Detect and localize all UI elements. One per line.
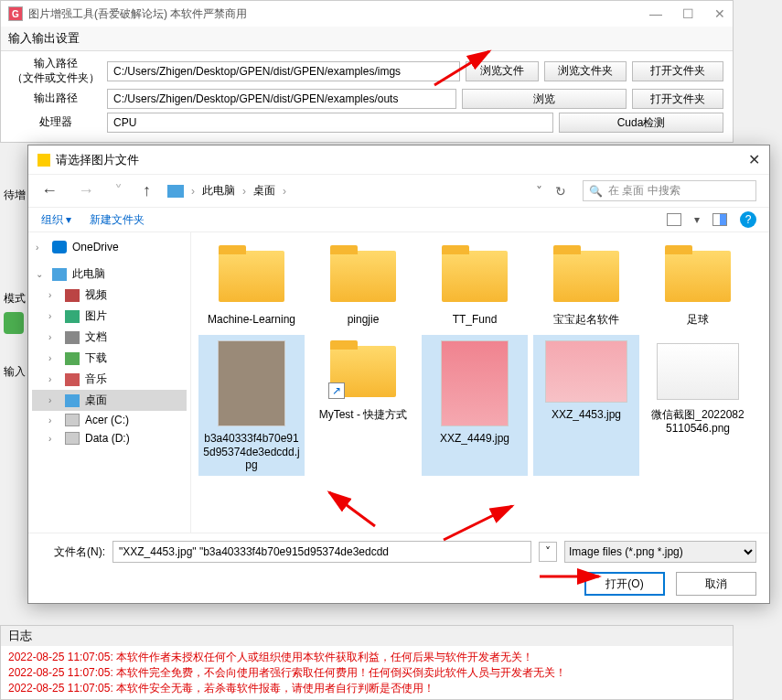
preview-pane-button[interactable] [712,213,727,226]
file-grid: Machine-LearningpingjieTT_Fund宝宝起名软件足球b3… [191,232,769,533]
file-item[interactable]: pingjie [310,240,416,329]
tree-thispc[interactable]: ⌄此电脑 [32,264,187,285]
mode-indicator-icon [4,312,24,334]
new-folder-button[interactable]: 新建文件夹 [90,212,145,228]
file-open-dialog: 请选择图片文件 ✕ ← → ˅ ↑ › 此电脑 › 桌面 › ˅ ↻ 🔍 在 桌… [27,145,770,604]
left-side-labels: 待增 [4,188,26,203]
nav-back-button[interactable]: ← [41,181,58,201]
file-name-label: XXZ_4449.jpg [440,432,509,445]
log-title: 日志 [1,626,733,646]
file-name-label: 宝宝起名软件 [553,313,619,326]
nav-row: ← → ˅ ↑ › 此电脑 › 桌面 › ˅ ↻ 🔍 在 桌面 中搜索 [28,175,769,208]
io-form: 输入路径 （文件或文件夹） 浏览文件 浏览文件夹 打开文件夹 输出路径 浏览 打… [1,51,733,142]
tree-downloads[interactable]: ›下载 [32,348,187,369]
file-type-filter[interactable]: Image files (*.png *.jpg) [564,541,756,563]
open-output-folder-button[interactable]: 打开文件夹 [632,89,723,109]
file-item[interactable]: TT_Fund [422,240,528,329]
maximize-button[interactable]: ☐ [682,6,694,21]
file-item[interactable]: 微信截图_20220825110546.png [645,335,751,475]
nav-up-button[interactable]: ↑ [143,181,151,201]
chevron-right-icon: › [283,185,286,198]
pc-icon [167,185,184,198]
tree-music[interactable]: ›音乐 [32,369,187,390]
tree-drive-d[interactable]: ›Data (D:) [32,429,187,447]
tree-docs[interactable]: ›文档 [32,327,187,348]
log-line: 2022-08-25 11:07:05: 本软件安全无毒，若杀毒软件报毒，请使用… [8,681,725,696]
organize-menu[interactable]: 组织 ▾ [41,212,71,228]
window-title: 图片增强工具(吾爱破解论坛) 本软件严禁商用 [28,6,247,22]
input-path-label: 输入路径 （文件或文件夹） [10,57,102,85]
input-label-2: 输入 [4,364,26,380]
log-panel: 日志 2022-08-25 11:07:05: 本软件作者未授权任何个人或组织使… [0,625,734,700]
dialog-title-text: 请选择图片文件 [56,152,139,168]
io-section-header: 输入输出设置 [1,27,733,51]
browse-file-button[interactable]: 浏览文件 [466,61,539,81]
pending-label: 待增 [4,188,26,203]
view-mode-button[interactable] [667,213,681,226]
cancel-button[interactable]: 取消 [676,572,756,596]
file-name-label: 足球 [687,313,709,326]
processor-field[interactable] [107,113,553,133]
file-item[interactable]: ↗MyTest - 快捷方式 [310,335,416,475]
view-mode-dropdown[interactable]: ▾ [694,213,700,226]
open-input-folder-button[interactable]: 打开文件夹 [632,61,723,81]
titlebar: G 图片增强工具(吾爱破解论坛) 本软件严禁商用 — ☐ ✕ [1,1,733,27]
mode-area: 模式 输入 [4,291,26,380]
browse-folder-button[interactable]: 浏览文件夹 [544,61,627,81]
dialog-titlebar: 请选择图片文件 ✕ [28,145,769,175]
mode-label: 模式 [4,292,26,305]
output-path-label: 输出路径 [10,92,102,106]
search-input[interactable]: 🔍 在 桌面 中搜索 [583,180,756,201]
chevron-right-icon: › [242,185,246,198]
help-button[interactable]: ? [740,211,756,228]
file-name-label: b3a40333f4b70e915d95374de3edcdd.jpg [202,432,301,471]
log-line: 2022-08-25 11:07:05: 本软件完全免费，不会向使用者强行索取任… [8,665,725,681]
cuda-detect-button[interactable]: Cuda检测 [559,113,723,133]
search-placeholder: 在 桌面 中搜索 [608,183,680,199]
dialog-close-button[interactable]: ✕ [748,151,760,168]
nav-recent-button[interactable]: ˅ [114,181,123,201]
refresh-button[interactable]: ↻ [555,184,566,199]
search-icon: 🔍 [589,185,603,198]
main-window: G 图片增强工具(吾爱破解论坛) 本软件严禁商用 — ☐ ✕ 输入输出设置 输入… [0,0,734,143]
minimize-button[interactable]: — [649,6,662,21]
breadcrumb[interactable]: › 此电脑 › 桌面 › [167,183,520,199]
open-button[interactable]: 打开(O) [584,572,665,596]
tree-drive-c[interactable]: ›Acer (C:) [32,411,187,429]
file-item[interactable]: 足球 [645,240,751,329]
crumb-thispc[interactable]: 此电脑 [202,183,235,199]
file-name-label: pingjie [348,313,380,326]
tree-video[interactable]: ›视频 [32,285,187,306]
app-logo-icon: G [8,6,23,21]
log-line: 2022-08-25 11:07:05: 本软件作者未授权任何个人或组织使用本软… [8,650,725,665]
nav-forward-button[interactable]: → [78,181,94,201]
filename-label: 文件名(N): [41,544,105,560]
output-path-field[interactable] [107,89,456,109]
file-item[interactable]: XXZ_4453.jpg [533,335,639,475]
dialog-icon [37,154,50,167]
folder-tree: ›OneDrive ⌄此电脑 ›视频 ›图片 ›文档 ›下载 ›音乐 ›桌面 ›… [28,232,191,533]
file-name-label: TT_Fund [453,313,498,326]
file-item[interactable]: 宝宝起名软件 [533,240,639,329]
file-name-label: Machine-Learning [208,313,295,326]
file-item[interactable]: b3a40333f4b70e915d95374de3edcdd.jpg [198,335,305,475]
file-name-label: XXZ_4453.jpg [552,408,621,421]
address-dropdown-icon[interactable]: ˅ [536,184,542,199]
log-content: 2022-08-25 11:07:05: 本软件作者未授权任何个人或组织使用本软… [1,646,733,699]
tree-onedrive[interactable]: ›OneDrive [32,238,187,256]
file-name-label: MyTest - 快捷方式 [319,408,408,421]
dialog-footer: 文件名(N): ˅ Image files (*.png *.jpg) 打开(O… [28,533,769,603]
close-button[interactable]: ✕ [714,6,725,21]
crumb-desktop[interactable]: 桌面 [253,183,275,199]
file-item[interactable]: XXZ_4449.jpg [422,335,528,475]
processor-label: 处理器 [10,115,102,130]
tree-desktop[interactable]: ›桌面 [32,390,187,411]
filename-input[interactable] [112,541,531,563]
tree-pictures[interactable]: ›图片 [32,306,187,327]
browse-output-button[interactable]: 浏览 [462,89,627,109]
chevron-right-icon: › [191,185,195,198]
filename-dropdown-icon[interactable]: ˅ [539,542,557,562]
toolbar-row: 组织 ▾ 新建文件夹 ▾ ? [28,208,769,232]
input-path-field[interactable] [107,61,460,81]
file-item[interactable]: Machine-Learning [198,240,305,329]
